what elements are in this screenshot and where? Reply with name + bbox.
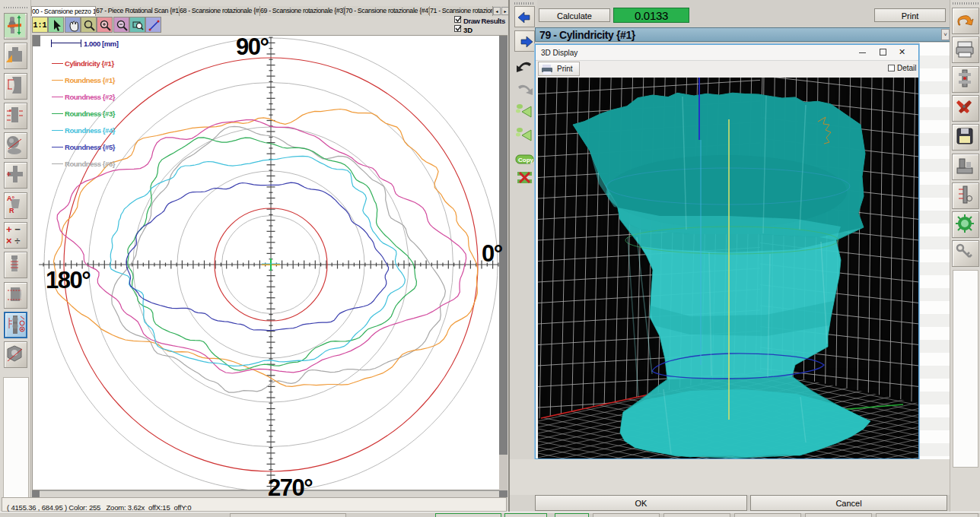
- svg-text:A°: A°: [7, 195, 14, 202]
- svg-text:R: R: [9, 207, 14, 214]
- svg-text:Copy: Copy: [518, 157, 534, 163]
